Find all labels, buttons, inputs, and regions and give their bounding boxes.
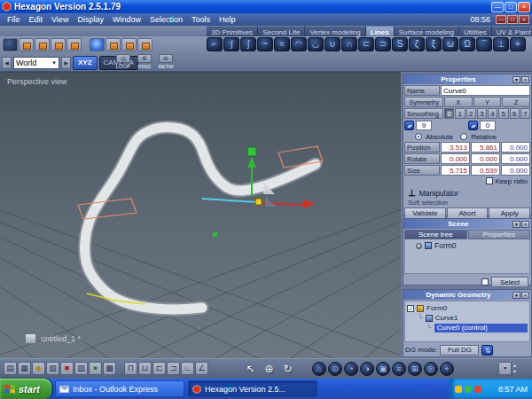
stepper-icon[interactable] [404,121,414,130]
stepper-icon[interactable] [468,121,478,130]
ring-button[interactable]: ⊚ RING [135,54,154,69]
view-control-icon[interactable]: ▣ [376,362,390,376]
full-dg-button[interactable]: Full DG [440,345,479,356]
circle-tool-icon[interactable] [341,37,357,51]
curve-tool-icon[interactable] [223,37,239,51]
rotate-y-field[interactable]: 0.000 [471,153,500,164]
menu-help[interactable]: Help [215,15,240,24]
select-checkbox[interactable] [481,278,489,286]
snap-icon[interactable]: ⊐ [167,362,180,375]
curve-tool-icon[interactable] [240,37,256,51]
arc-tool-icon[interactable] [291,37,307,51]
tab-scene-tree[interactable]: Scene tree [404,230,467,239]
tool-icon[interactable]: ◆ [32,362,45,375]
smoothing-level-button[interactable]: 4 [488,108,497,119]
cube-view-icon[interactable] [121,38,137,51]
size-z-field[interactable]: 0.000 [501,165,530,176]
rotate-x-field[interactable]: 0.000 [441,153,470,164]
cube-view-icon[interactable] [66,38,82,51]
smoothing-level-button[interactable]: 6 [510,108,520,119]
snap-icon[interactable]: ⊏ [153,362,166,375]
absolute-radio[interactable] [415,133,422,140]
tool-icon[interactable]: ■ [60,362,74,375]
position-x-field[interactable]: 3.513 [441,142,470,153]
smoothing-level-button[interactable]: 5 [498,108,508,119]
menu-tools[interactable]: Tools [187,15,215,24]
size-x-field[interactable]: 5.715 [441,165,470,176]
view-control-icon[interactable]: ◎ [424,362,438,376]
start-button[interactable]: start [0,379,51,399]
nav-left-button[interactable]: ◀ [2,57,12,69]
tool-icon[interactable]: ▪ [498,362,512,375]
add-point-tool-icon[interactable] [510,37,526,51]
menu-file[interactable]: File [3,15,25,24]
toolbar-spinner[interactable]: ▴▾ [513,362,516,375]
tool-icon[interactable]: ▩ [103,362,116,375]
dg-node-curve0-control[interactable]: └ Curve0 (control) [407,323,528,332]
view-control-icon[interactable]: + [440,362,454,376]
stepper-value[interactable]: 0 [480,121,496,130]
maximize-button[interactable]: □ [505,2,517,12]
cube-view-icon[interactable] [137,38,153,51]
child-restore-button[interactable]: □ [507,15,518,24]
axis-z-button[interactable]: Z [502,97,530,107]
tab-surface-modeling[interactable]: Surface modeling [395,26,459,36]
menu-display[interactable]: Display [73,15,108,24]
control-point[interactable] [213,232,217,237]
dg-node-form0[interactable]: ✓ Form0 [407,303,528,313]
smoothing-level-button[interactable]: 1 [455,108,465,119]
symmetry-button[interactable]: Symmetry [404,97,443,107]
child-minimize-button[interactable]: — [496,15,506,24]
view-control-icon[interactable]: ⊙ [328,362,342,376]
tool-icon[interactable]: ▦ [18,362,31,375]
menu-edit[interactable]: Edit [25,15,48,24]
arc-tool-icon[interactable] [308,37,324,51]
dg-refresh-icon[interactable]: ⇅ [481,345,493,356]
curve-tool-icon[interactable] [257,37,273,51]
tool-icon[interactable]: ▤ [4,362,17,375]
task-outlook-express[interactable]: Inbox - Outlook Express [55,380,184,397]
curve-tool-icon[interactable] [274,37,290,51]
cube-view-icon[interactable] [51,38,66,51]
collapse-icon[interactable]: ▾ [512,292,520,299]
arc-tool-icon[interactable] [476,37,492,51]
keep-ratio-checkbox[interactable] [486,177,493,184]
viewport-canvas[interactable] [0,73,401,358]
menu-view[interactable]: View [47,15,73,24]
collapse-icon[interactable]: ▾ [512,221,520,228]
task-hexagon[interactable]: Hexagon Version 2.5... [188,380,317,397]
view-control-icon[interactable]: ≡ [392,362,406,376]
tool-icon[interactable]: ▧ [46,362,59,375]
child-close-button[interactable]: × [519,15,529,24]
smoothing-level-button[interactable]: 3 [477,108,487,119]
camera-orbit-icon[interactable] [90,38,105,51]
polyline-tool-icon[interactable] [207,37,223,51]
spline-tool-icon[interactable] [392,37,408,51]
dg-node-curve1[interactable]: └ Curve1 [407,313,528,323]
viewport[interactable]: Perspective view untitled_1 * [0,72,401,358]
view-control-icon[interactable]: ◑ [360,362,374,376]
nav-right-button[interactable]: ▶ [61,57,71,69]
xyz-mode-button[interactable]: XYZ [73,56,98,70]
move-cursor-icon[interactable]: ⊕ [262,362,277,377]
cube-view-icon[interactable] [106,38,121,51]
smoothing-level-button[interactable]: 7 [520,108,530,119]
loop-button[interactable]: ◎ LOOP [113,54,133,69]
tab-utilities[interactable]: Utilities [459,26,492,36]
dg-node-label-selected[interactable]: Curve0 (control) [434,324,528,332]
tray-app-icon[interactable] [474,386,481,393]
scene-view-icon[interactable] [3,38,18,51]
curve-tool-icon[interactable] [459,37,475,51]
axis-tool-icon[interactable] [493,37,509,51]
tab-3d-primitives[interactable]: 3D Primitives [207,26,258,36]
view-control-icon[interactable]: ⌂ [312,362,326,376]
cube-view-icon[interactable] [35,38,50,51]
properties-header[interactable]: Properties ▾ × [403,74,531,84]
tab-vertex-modeling[interactable]: Vertex modeling [305,26,365,36]
curve-tool-icon[interactable] [358,37,374,51]
close-icon[interactable]: × [521,76,529,83]
circle-tool-icon[interactable] [325,37,340,51]
snap-icon[interactable]: ∟ [181,362,194,375]
tool-icon[interactable]: ▨ [74,362,88,375]
size-y-field[interactable]: 0.539 [471,165,500,176]
